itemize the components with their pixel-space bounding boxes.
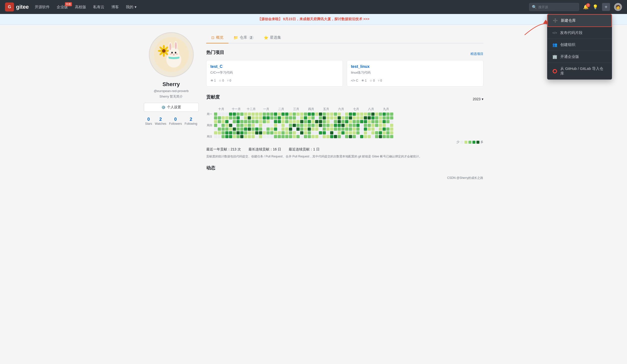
svg-point-18 bbox=[171, 52, 173, 54]
month-dec: 十二月 bbox=[244, 107, 259, 112]
nav-item-enterprise[interactable]: 企业版 特惠 bbox=[57, 5, 68, 9]
dropdown-item-new-repo[interactable]: ➕ 新建仓库 bbox=[547, 14, 612, 27]
svg-point-17 bbox=[175, 42, 177, 49]
dropdown-item-snippet-label: 发布代码片段 bbox=[560, 30, 583, 35]
month-jan: 一月 bbox=[259, 107, 274, 112]
lang-icon-1: </> bbox=[351, 79, 355, 82]
year-select[interactable]: 2023 ▾ bbox=[473, 97, 483, 101]
nav-item-blog[interactable]: 博客 bbox=[111, 5, 119, 9]
project-stars-1: ☆ 0 bbox=[370, 79, 375, 82]
dropdown-item-enterprise[interactable]: 🏢 开通企业版 bbox=[547, 51, 612, 63]
stats-row: 0 Stars 2 Watches 0 Followers 2 Followin… bbox=[144, 117, 199, 125]
stat-stars[interactable]: 0 Stars bbox=[145, 117, 152, 125]
gear-icon: ⚙️ bbox=[161, 105, 166, 109]
project-views-1: 👁 1 bbox=[361, 79, 367, 82]
search-icon: 🔍 bbox=[532, 5, 537, 9]
content-area: ⊡ 概览 📁 仓库 2 ⭐ 星选集 热门项目 精选项目 test_C C/C++… bbox=[206, 32, 483, 180]
featured-link[interactable]: 精选项目 bbox=[470, 52, 483, 56]
stat-watches[interactable]: 2 Watches bbox=[155, 117, 166, 125]
stat-following[interactable]: 2 Following bbox=[185, 117, 197, 125]
eye-icon-1: 👁 bbox=[361, 79, 364, 82]
sidebar: Sherry @european-red-proverb Sherry 暂无简介… bbox=[144, 32, 199, 180]
tab-repos[interactable]: 📁 仓库 2 bbox=[228, 32, 259, 43]
nav-items: 开源软件 企业版 特惠 高校版 私有云 博客 我的 ▾ bbox=[35, 5, 136, 9]
logo[interactable]: G gitee bbox=[5, 2, 29, 11]
contribution-calendar: 十月 十一月 十二月 一月 二月 三月 四月 五月 六月 七月 八月 九月 bbox=[206, 107, 483, 138]
project-meta-0: 👁 1 ☆ 0 ⑂ 0 bbox=[210, 79, 339, 82]
avatar-image: 🧑 bbox=[616, 5, 621, 9]
month-may: 五月 bbox=[319, 107, 334, 112]
contribution-stats: 最近一年贡献：213 次 最长连续贡献：16 日 最近连续贡献：1 日 bbox=[206, 147, 483, 152]
enterprise-badge: 特惠 bbox=[65, 2, 72, 6]
stat-followers[interactable]: 0 Followers bbox=[169, 117, 182, 125]
main-container: Sherry @european-red-proverb Sherry 暂无简介… bbox=[139, 25, 488, 188]
header: G gitee 开源软件 企业版 特惠 高校版 私有云 博客 我的 ▾ 🔍 🔔 … bbox=[0, 0, 627, 14]
svg-point-20 bbox=[170, 53, 172, 55]
tab-repos-badge: 2 bbox=[249, 36, 254, 40]
nav-item-mine[interactable]: 我的 ▾ bbox=[126, 5, 136, 9]
nav-item-university[interactable]: 高校版 bbox=[75, 5, 86, 9]
tab-overview[interactable]: ⊡ 概览 bbox=[206, 32, 228, 43]
legend-more-label: 多 bbox=[480, 140, 483, 144]
tab-starred-icon: ⭐ bbox=[264, 35, 268, 40]
month-jul: 七月 bbox=[349, 107, 364, 112]
tab-starred[interactable]: ⭐ 星选集 bbox=[259, 32, 286, 43]
dynamics-title: 动态 bbox=[206, 165, 483, 171]
yearly-contributions: 最近一年贡献：213 次 bbox=[206, 147, 241, 152]
tab-repos-icon: 📁 bbox=[233, 35, 238, 40]
header-right: 🔍 🔔 2 💡 + 🧑 bbox=[529, 3, 622, 11]
eye-icon-0: 👁 bbox=[210, 79, 213, 82]
nav-item-private[interactable]: 私有云 bbox=[93, 5, 104, 9]
dropdown-item-org[interactable]: 👥 创建组织 bbox=[547, 39, 612, 51]
project-forks-0: ⑂ 0 bbox=[227, 79, 231, 82]
user-bio: Sherry 暂无简介 bbox=[144, 94, 199, 99]
contribution-legend: 少 多 bbox=[206, 140, 483, 144]
svg-point-5 bbox=[163, 53, 165, 57]
legend-cell-2 bbox=[468, 141, 471, 144]
snippet-icon: </> bbox=[552, 31, 557, 35]
project-views-0: 👁 1 bbox=[210, 79, 216, 82]
import-icon: ⭕ bbox=[552, 69, 557, 74]
search-input[interactable] bbox=[538, 5, 576, 9]
org-icon: 👥 bbox=[552, 42, 557, 47]
contribution-header: 贡献度 2023 ▾ bbox=[206, 94, 483, 104]
project-desc-1: linux练习代码 bbox=[351, 70, 479, 75]
svg-point-15 bbox=[169, 43, 171, 50]
user-handle: @european-red-proverb bbox=[144, 89, 199, 93]
legend-cell-3 bbox=[472, 141, 475, 144]
svg-point-19 bbox=[175, 52, 176, 54]
star-icon-1: ☆ bbox=[370, 79, 372, 82]
settings-button[interactable]: ⚙️ 个人设置 bbox=[144, 103, 199, 112]
max-streak: 最长连续贡献：16 日 bbox=[248, 147, 281, 152]
dropdown-item-import[interactable]: ⭕ 从 GitHub / GitLab 导入仓库 bbox=[547, 63, 612, 79]
current-streak: 最近连续贡献：1 日 bbox=[289, 147, 320, 152]
banner-highlight: 【源创会来啦】 bbox=[258, 17, 282, 21]
footer-hint: CSDN @Sherry的成长之路 bbox=[206, 176, 483, 180]
tab-overview-icon: ⊡ bbox=[211, 35, 214, 40]
svg-point-21 bbox=[176, 53, 178, 55]
dropdown-item-snippet[interactable]: </> 发布代码片段 bbox=[547, 27, 612, 39]
star-icon-0: ☆ bbox=[219, 79, 221, 82]
legend-cell-0 bbox=[460, 141, 463, 144]
month-apr: 四月 bbox=[304, 107, 319, 112]
tabs: ⊡ 概览 📁 仓库 2 ⭐ 星选集 bbox=[206, 32, 483, 43]
month-sep: 九月 bbox=[379, 107, 394, 112]
search-box[interactable]: 🔍 bbox=[529, 3, 579, 11]
banner-text: 9月23日，来成都天府腾讯大厦，探讨数据前沿技术 >>> bbox=[283, 17, 370, 21]
month-nov: 十一月 bbox=[229, 107, 244, 112]
month-feb: 二月 bbox=[274, 107, 289, 112]
dropdown-item-enterprise-label: 开通企业版 bbox=[560, 54, 579, 59]
svg-point-22 bbox=[173, 54, 174, 55]
dropdown-item-import-label: 从 GitHub / GitLab 导入仓库 bbox=[560, 66, 607, 76]
plus-button[interactable]: + bbox=[602, 3, 610, 11]
project-name-1[interactable]: test_linux bbox=[351, 64, 479, 69]
lightbulb-btn[interactable]: 💡 bbox=[593, 4, 598, 10]
nav-item-opensource[interactable]: 开源软件 bbox=[35, 5, 50, 9]
user-avatar[interactable]: 🧑 bbox=[614, 3, 622, 11]
month-mar: 三月 bbox=[289, 107, 304, 112]
cal-table: 十月 十一月 十二月 一月 二月 三月 四月 五月 六月 七月 八月 九月 bbox=[206, 107, 394, 138]
project-name-0[interactable]: test_C bbox=[210, 64, 339, 69]
notification-btn[interactable]: 🔔 2 bbox=[583, 4, 589, 10]
project-lang-1: </> C bbox=[351, 79, 358, 82]
fork-icon-0: ⑂ bbox=[227, 79, 229, 82]
